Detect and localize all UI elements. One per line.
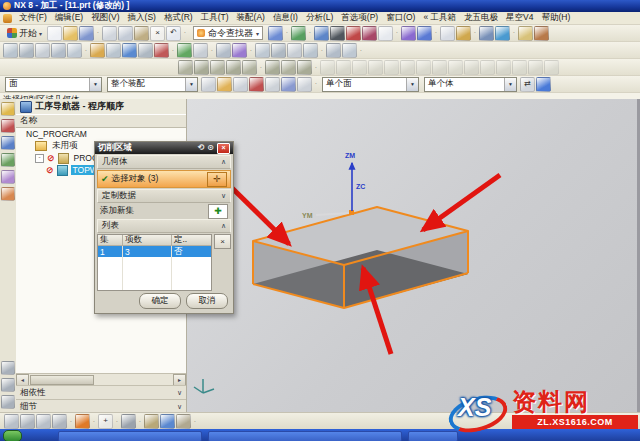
start-orb-button[interactable] — [3, 430, 22, 441]
select-object-row[interactable]: ✔ 选择对象 (3) ✛ — [97, 170, 231, 188]
scroll-right-icon[interactable]: ► — [173, 374, 186, 386]
separator[interactable] — [91, 415, 97, 428]
chevron-down-icon[interactable]: ▼ — [406, 78, 418, 91]
menu-item[interactable]: 文件(F) — [15, 12, 51, 24]
separator[interactable] — [313, 77, 319, 90]
face-rule-combo[interactable]: 单个面 ▼ — [322, 77, 419, 92]
ok-button[interactable]: 确定 — [139, 293, 181, 309]
boundary-icon[interactable] — [342, 43, 357, 58]
red-sphere-icon[interactable] — [346, 26, 361, 41]
reuse-library-icon[interactable] — [1, 170, 15, 184]
separator[interactable] — [248, 44, 254, 57]
collapse-icon[interactable]: - — [35, 154, 44, 163]
chevron-down-icon[interactable]: ▼ — [89, 78, 101, 91]
toolpath-list-icon[interactable] — [36, 414, 51, 429]
menu-item[interactable]: 信息(I) — [269, 12, 302, 24]
open-folder-icon[interactable] — [63, 26, 78, 41]
pencil-icon[interactable] — [456, 26, 471, 41]
menu-item[interactable]: 工具(T) — [197, 12, 233, 24]
separator[interactable] — [192, 415, 198, 428]
dialog-close-icon[interactable]: × — [217, 143, 230, 154]
separator[interactable] — [182, 26, 188, 39]
separator[interactable] — [433, 26, 439, 39]
transform-icon[interactable] — [271, 43, 286, 58]
feature-pocket-icon[interactable] — [400, 60, 415, 75]
generate-toolpath-icon[interactable] — [90, 43, 105, 58]
menu-item[interactable]: 首选项(P) — [337, 12, 382, 24]
menu-item[interactable]: 装配(A) — [233, 12, 269, 24]
chevron-down-icon[interactable]: ▼ — [504, 78, 516, 91]
feature-block-icon[interactable] — [320, 60, 335, 75]
menu-item[interactable]: 编辑(E) — [51, 12, 87, 24]
dependencies-section[interactable]: 相依性 ∨ — [16, 385, 186, 399]
link-icon[interactable] — [479, 26, 494, 41]
mill-flow-icon[interactable] — [297, 60, 312, 75]
create-method-icon[interactable] — [51, 43, 66, 58]
post-process-icon[interactable] — [177, 43, 192, 58]
roadmap-icon[interactable] — [1, 102, 15, 116]
separator[interactable] — [511, 26, 517, 39]
toolpath-info-icon[interactable] — [52, 414, 67, 429]
separator[interactable] — [258, 61, 264, 74]
feature-sphere-icon[interactable] — [368, 60, 383, 75]
type-filter-combo[interactable]: 面 ▼ — [5, 77, 102, 92]
separator[interactable] — [284, 26, 290, 39]
hd3d-tools-icon[interactable] — [1, 187, 15, 201]
simulate-icon[interactable] — [138, 43, 153, 58]
command-finder[interactable]: 命令查找器 ▾ — [193, 26, 263, 40]
tool-path-editor-icon[interactable] — [232, 43, 247, 58]
taskbar-button[interactable] — [208, 431, 402, 441]
delete-icon[interactable]: × — [150, 26, 165, 41]
chevron-down-icon[interactable]: ▼ — [185, 78, 197, 91]
separator[interactable] — [68, 415, 74, 428]
feature-pad-icon[interactable] — [416, 60, 431, 75]
separator[interactable] — [170, 44, 176, 57]
feature-shell-icon[interactable] — [528, 60, 543, 75]
feature-hole-icon[interactable] — [448, 60, 463, 75]
blue-filter-icon[interactable] — [417, 26, 432, 41]
separator[interactable] — [313, 61, 319, 74]
navigator-column-header[interactable]: 名称 — [16, 114, 186, 128]
separator[interactable] — [358, 44, 364, 57]
copy-icon[interactable] — [118, 26, 133, 41]
separator[interactable] — [209, 44, 215, 57]
cubes-icon[interactable] — [176, 414, 191, 429]
remove-list-item-button[interactable]: × — [214, 234, 231, 249]
cut-icon[interactable] — [102, 26, 117, 41]
feed-rates-icon[interactable] — [216, 43, 231, 58]
selection-scope-combo[interactable]: 整个装配 ▼ — [107, 77, 198, 92]
separator[interactable] — [394, 26, 400, 39]
sync-icon[interactable] — [495, 26, 510, 41]
undo-icon[interactable]: ↶ — [166, 26, 181, 41]
feature-chamfer-icon[interactable] — [480, 60, 495, 75]
feature-blend-icon[interactable] — [496, 60, 511, 75]
mirror-icon[interactable] — [255, 43, 270, 58]
snap-existing-point-icon[interactable] — [297, 77, 312, 92]
cube-icon[interactable] — [314, 26, 329, 41]
separator[interactable] — [307, 26, 313, 39]
scroll-left-icon[interactable]: ◄ — [16, 374, 29, 386]
help-tab-icon[interactable] — [1, 395, 15, 409]
create-program-icon[interactable] — [3, 43, 18, 58]
menu-item[interactable]: 龙五电极 — [460, 12, 502, 24]
custom-data-section-header[interactable]: 定制数据 ∨ — [97, 189, 231, 203]
dialog-style-icon[interactable]: ⊙ — [207, 144, 214, 152]
copy-display-icon[interactable] — [440, 26, 455, 41]
dialog-titlebar[interactable]: 切削区域 ⟲ ⊙ × — [95, 142, 233, 154]
create-tool-icon[interactable] — [19, 43, 34, 58]
separator[interactable] — [83, 44, 89, 57]
monitor-icon[interactable] — [160, 414, 175, 429]
shop-doc-icon[interactable] — [193, 43, 208, 58]
delete-path-icon[interactable] — [287, 43, 302, 58]
wire-edm-icon[interactable] — [242, 60, 257, 75]
purple-filter-icon[interactable] — [401, 26, 416, 41]
menu-item[interactable]: 插入(S) — [124, 12, 160, 24]
snap-endpoint-icon[interactable] — [217, 77, 232, 92]
maroon-sphere-icon[interactable] — [362, 26, 377, 41]
menu-item[interactable]: 分析(L) — [302, 12, 337, 24]
turning-icon[interactable] — [226, 60, 241, 75]
mill-contour-icon[interactable] — [178, 60, 193, 75]
assembly-navigator-icon[interactable] — [1, 119, 15, 133]
menu-item[interactable]: 帮助(H) — [537, 12, 574, 24]
verify-toolpath-icon[interactable] — [122, 43, 137, 58]
